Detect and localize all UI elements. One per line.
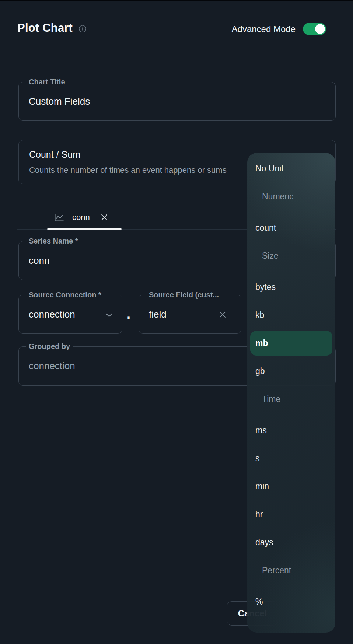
unit-option[interactable]: days xyxy=(250,530,332,555)
unit-group-header: Time xyxy=(250,387,332,412)
source-field-value: field xyxy=(149,309,167,320)
chart-title-value: Custom Fields xyxy=(29,96,90,107)
unit-group-header: Percent xyxy=(250,558,332,583)
tab-label: conn xyxy=(72,213,90,222)
source-connection-label: Source Connection * xyxy=(26,291,104,299)
info-icon[interactable] xyxy=(78,25,87,33)
page-title: Plot Chart xyxy=(17,21,73,35)
unit-option-selected[interactable]: mb xyxy=(250,331,332,356)
source-field-label: Source Field (cust... xyxy=(146,291,221,299)
unit-option[interactable]: ms xyxy=(250,418,332,443)
source-connection-value: connection xyxy=(29,309,75,320)
top-edge-strip xyxy=(0,0,353,1)
unit-option[interactable]: hr xyxy=(250,502,332,527)
advanced-mode-toggle[interactable] xyxy=(303,23,326,35)
unit-option[interactable]: No Unit xyxy=(250,156,332,181)
chevron-down-icon xyxy=(104,310,114,320)
unit-option[interactable]: kb xyxy=(250,303,332,328)
tab-conn[interactable]: conn xyxy=(47,206,122,228)
unit-option[interactable]: count xyxy=(250,216,332,240)
unit-option[interactable]: min xyxy=(250,474,332,499)
source-connection-select[interactable]: Source Connection * connection xyxy=(18,295,122,334)
unit-group-header: Numeric xyxy=(250,184,332,209)
grouped-by-value: connection xyxy=(29,360,75,372)
advanced-mode-control: Advanced Mode xyxy=(232,23,326,35)
series-name-label: Series Name * xyxy=(26,237,80,245)
aggregation-title: Count / Sum xyxy=(29,149,80,160)
unit-dropdown-menu: No UnitNumericcountSizebyteskbmbgbTimems… xyxy=(247,153,335,633)
unit-option[interactable]: s xyxy=(250,446,332,471)
grouped-by-label: Grouped by xyxy=(26,342,73,351)
unit-group-header: Size xyxy=(250,244,332,268)
unit-option[interactable]: % xyxy=(250,589,332,614)
toggle-knob xyxy=(315,24,325,34)
chart-title-label: Chart Title xyxy=(26,78,68,86)
field-separator-dot: . xyxy=(127,307,130,322)
unit-option[interactable]: gb xyxy=(250,359,332,384)
clear-icon[interactable] xyxy=(218,310,227,319)
active-tab-indicator xyxy=(47,228,122,230)
tab-close-icon[interactable] xyxy=(100,213,108,221)
unit-option[interactable]: bytes xyxy=(250,275,332,300)
advanced-mode-label: Advanced Mode xyxy=(232,24,296,34)
header: Plot Chart xyxy=(17,21,87,35)
source-field-input[interactable]: Source Field (cust... field xyxy=(139,295,241,334)
aggregation-description: Counts the number of times an event happ… xyxy=(29,165,227,175)
series-name-value: conn xyxy=(29,255,49,266)
line-chart-icon xyxy=(54,213,64,222)
chart-title-field[interactable]: Chart Title Custom Fields xyxy=(18,82,336,121)
